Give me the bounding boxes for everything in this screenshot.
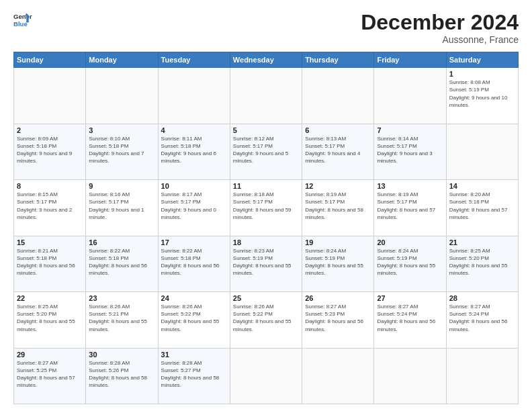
day-info: Sunrise: 8:12 AM Sunset: 5:17 PM Dayligh… [233, 135, 299, 165]
day-cell-23: 23Sunrise: 8:26 AM Sunset: 5:21 PM Dayli… [86, 292, 158, 348]
week-row-6: 29Sunrise: 8:27 AM Sunset: 5:25 PM Dayli… [14, 348, 519, 404]
day-info: Sunrise: 8:27 AM Sunset: 5:25 PM Dayligh… [17, 359, 83, 390]
page: General Blue December 2024 Aussonne, Fra… [0, 0, 532, 411]
day-number: 16 [89, 238, 154, 246]
day-number: 12 [305, 182, 371, 190]
day-info: Sunrise: 8:08 AM Sunset: 5:19 PM Dayligh… [449, 79, 515, 109]
day-info: Sunrise: 8:17 AM Sunset: 5:17 PM Dayligh… [161, 191, 227, 221]
week-row-2: 2Sunrise: 8:09 AM Sunset: 5:18 PM Daylig… [14, 124, 519, 179]
col-header-sunday: Sunday [14, 52, 86, 68]
day-cell-22: 22Sunrise: 8:25 AM Sunset: 5:20 PM Dayli… [14, 292, 86, 348]
day-info: Sunrise: 8:25 AM Sunset: 5:20 PM Dayligh… [449, 247, 515, 277]
day-info: Sunrise: 8:09 AM Sunset: 5:18 PM Dayligh… [17, 135, 83, 165]
day-number: 5 [233, 126, 299, 134]
day-info: Sunrise: 8:22 AM Sunset: 5:18 PM Dayligh… [89, 247, 154, 277]
day-cell-12: 12Sunrise: 8:19 AM Sunset: 5:17 PM Dayli… [302, 180, 374, 236]
day-number: 30 [89, 351, 154, 359]
day-info: Sunrise: 8:11 AM Sunset: 5:18 PM Dayligh… [161, 135, 227, 165]
day-info: Sunrise: 8:28 AM Sunset: 5:26 PM Dayligh… [89, 359, 154, 390]
day-cell-10: 10Sunrise: 8:17 AM Sunset: 5:17 PM Dayli… [158, 180, 230, 236]
day-cell-29: 29Sunrise: 8:27 AM Sunset: 5:25 PM Dayli… [14, 348, 86, 404]
day-cell-17: 17Sunrise: 8:22 AM Sunset: 5:18 PM Dayli… [158, 236, 230, 291]
day-info: Sunrise: 8:24 AM Sunset: 5:19 PM Dayligh… [377, 247, 443, 277]
day-cell-9: 9Sunrise: 8:16 AM Sunset: 5:17 PM Daylig… [86, 180, 158, 236]
empty-cell [446, 124, 518, 179]
day-cell-16: 16Sunrise: 8:22 AM Sunset: 5:18 PM Dayli… [86, 236, 158, 291]
day-info: Sunrise: 8:27 AM Sunset: 5:24 PM Dayligh… [449, 303, 515, 333]
logo-icon: General Blue [13, 11, 32, 30]
day-info: Sunrise: 8:26 AM Sunset: 5:22 PM Dayligh… [233, 303, 299, 333]
day-cell-19: 19Sunrise: 8:24 AM Sunset: 5:19 PM Dayli… [302, 236, 374, 291]
day-number: 31 [161, 351, 227, 359]
day-info: Sunrise: 8:16 AM Sunset: 5:17 PM Dayligh… [89, 191, 154, 221]
day-cell-11: 11Sunrise: 8:18 AM Sunset: 5:17 PM Dayli… [230, 180, 302, 236]
day-number: 15 [17, 238, 83, 246]
empty-cell [446, 348, 518, 404]
day-cell-18: 18Sunrise: 8:23 AM Sunset: 5:19 PM Dayli… [230, 236, 302, 291]
day-number: 18 [233, 238, 299, 246]
week-row-5: 22Sunrise: 8:25 AM Sunset: 5:20 PM Dayli… [14, 292, 519, 348]
day-info: Sunrise: 8:19 AM Sunset: 5:17 PM Dayligh… [305, 191, 371, 221]
day-number: 26 [305, 294, 371, 302]
calendar-table: SundayMondayTuesdayWednesdayThursdayFrid… [13, 52, 519, 404]
day-number: 24 [161, 294, 227, 302]
day-info: Sunrise: 8:21 AM Sunset: 5:18 PM Dayligh… [17, 247, 83, 277]
day-info: Sunrise: 8:22 AM Sunset: 5:18 PM Dayligh… [161, 247, 227, 277]
day-number: 29 [17, 351, 83, 359]
day-cell-25: 25Sunrise: 8:26 AM Sunset: 5:22 PM Dayli… [230, 292, 302, 348]
day-info: Sunrise: 8:28 AM Sunset: 5:27 PM Dayligh… [161, 359, 227, 390]
day-cell-21: 21Sunrise: 8:25 AM Sunset: 5:20 PM Dayli… [446, 236, 518, 291]
day-cell-4: 4Sunrise: 8:11 AM Sunset: 5:18 PM Daylig… [158, 124, 230, 179]
day-number: 23 [89, 294, 154, 302]
empty-cell [230, 68, 302, 124]
day-info: Sunrise: 8:18 AM Sunset: 5:17 PM Dayligh… [233, 191, 299, 221]
logo: General Blue [13, 11, 32, 30]
location: Aussonne, France [361, 34, 519, 45]
day-cell-3: 3Sunrise: 8:10 AM Sunset: 5:18 PM Daylig… [86, 124, 158, 179]
week-row-4: 15Sunrise: 8:21 AM Sunset: 5:18 PM Dayli… [14, 236, 519, 291]
col-header-tuesday: Tuesday [158, 52, 230, 68]
empty-cell [374, 68, 446, 124]
day-cell-14: 14Sunrise: 8:20 AM Sunset: 5:18 PM Dayli… [446, 180, 518, 236]
day-info: Sunrise: 8:24 AM Sunset: 5:19 PM Dayligh… [305, 247, 371, 277]
day-info: Sunrise: 8:14 AM Sunset: 5:17 PM Dayligh… [377, 135, 443, 165]
day-cell-15: 15Sunrise: 8:21 AM Sunset: 5:18 PM Dayli… [14, 236, 86, 291]
day-cell-20: 20Sunrise: 8:24 AM Sunset: 5:19 PM Dayli… [374, 236, 446, 291]
header: General Blue December 2024 Aussonne, Fra… [13, 11, 519, 45]
empty-cell [86, 68, 158, 124]
day-cell-26: 26Sunrise: 8:27 AM Sunset: 5:23 PM Dayli… [302, 292, 374, 348]
day-cell-5: 5Sunrise: 8:12 AM Sunset: 5:17 PM Daylig… [230, 124, 302, 179]
day-cell-8: 8Sunrise: 8:15 AM Sunset: 5:17 PM Daylig… [14, 180, 86, 236]
svg-text:Blue: Blue [13, 20, 28, 28]
day-cell-24: 24Sunrise: 8:26 AM Sunset: 5:22 PM Dayli… [158, 292, 230, 348]
empty-cell [374, 348, 446, 404]
col-header-wednesday: Wednesday [230, 52, 302, 68]
col-header-friday: Friday [374, 52, 446, 68]
day-cell-7: 7Sunrise: 8:14 AM Sunset: 5:17 PM Daylig… [374, 124, 446, 179]
day-number: 28 [449, 294, 515, 302]
day-number: 13 [377, 182, 443, 190]
day-info: Sunrise: 8:13 AM Sunset: 5:17 PM Dayligh… [305, 135, 371, 165]
day-cell-31: 31Sunrise: 8:28 AM Sunset: 5:27 PM Dayli… [158, 348, 230, 404]
day-cell-2: 2Sunrise: 8:09 AM Sunset: 5:18 PM Daylig… [14, 124, 86, 179]
day-number: 2 [17, 126, 83, 134]
title-block: December 2024 Aussonne, France [361, 11, 519, 45]
col-header-saturday: Saturday [446, 52, 518, 68]
day-number: 10 [161, 182, 227, 190]
day-info: Sunrise: 8:26 AM Sunset: 5:21 PM Dayligh… [89, 303, 154, 333]
day-number: 4 [161, 126, 227, 134]
empty-cell [302, 348, 374, 404]
day-info: Sunrise: 8:23 AM Sunset: 5:19 PM Dayligh… [233, 247, 299, 277]
day-number: 9 [89, 182, 154, 190]
day-cell-28: 28Sunrise: 8:27 AM Sunset: 5:24 PM Dayli… [446, 292, 518, 348]
day-number: 19 [305, 238, 371, 246]
day-info: Sunrise: 8:19 AM Sunset: 5:17 PM Dayligh… [377, 191, 443, 221]
day-cell-6: 6Sunrise: 8:13 AM Sunset: 5:17 PM Daylig… [302, 124, 374, 179]
month-title: December 2024 [361, 11, 519, 34]
day-info: Sunrise: 8:10 AM Sunset: 5:18 PM Dayligh… [89, 135, 154, 165]
day-number: 7 [377, 126, 443, 134]
week-row-3: 8Sunrise: 8:15 AM Sunset: 5:17 PM Daylig… [14, 180, 519, 236]
empty-cell [14, 68, 86, 124]
day-number: 22 [17, 294, 83, 302]
col-header-thursday: Thursday [302, 52, 374, 68]
